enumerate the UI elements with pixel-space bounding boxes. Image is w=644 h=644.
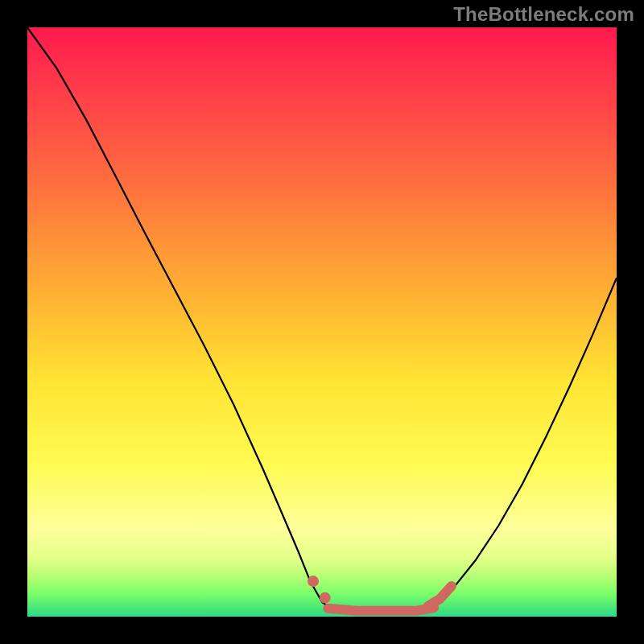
left-marker-dots xyxy=(308,576,331,604)
marker-dot xyxy=(308,576,319,587)
watermark-text: TheBottleneck.com xyxy=(453,3,634,26)
right-marker-stroke xyxy=(428,586,452,606)
chart-plot-area xyxy=(27,27,617,617)
marker-dot xyxy=(320,592,331,604)
curve-left-path xyxy=(27,27,334,611)
flat-trough-path xyxy=(328,608,434,611)
curve-right-path xyxy=(428,278,617,611)
chart-svg xyxy=(27,27,617,617)
chart-frame: TheBottleneck.com xyxy=(0,0,644,644)
